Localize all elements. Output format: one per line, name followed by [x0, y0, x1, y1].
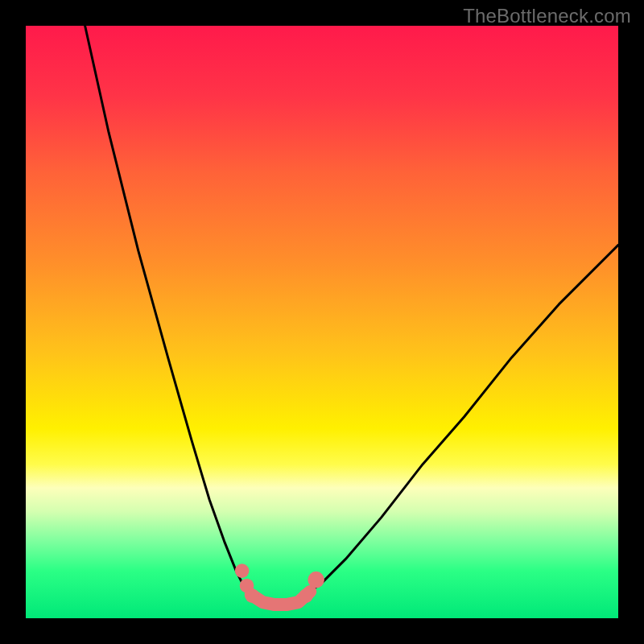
marker-0 [235, 564, 250, 578]
watermark-text: TheBottleneck.com [463, 5, 631, 27]
marker-2 [245, 588, 259, 603]
chart-svg [26, 26, 618, 618]
marker-4 [308, 572, 324, 588]
series-left-branch [85, 26, 251, 595]
outer-frame: TheBottleneck.com [0, 0, 644, 644]
series-right-branch [310, 245, 618, 592]
marker-3 [299, 588, 313, 603]
